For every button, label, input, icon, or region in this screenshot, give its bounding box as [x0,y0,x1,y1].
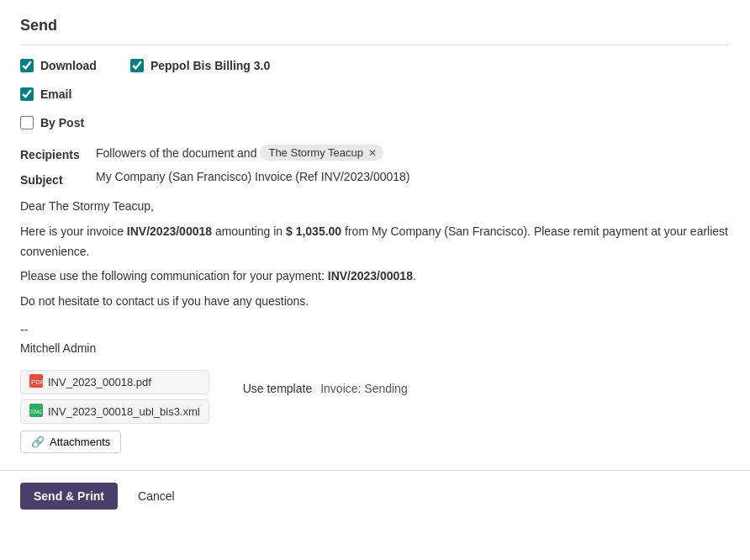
body-line3: Do not hesitate to contact us if you hav… [20,292,730,312]
subject-value: My Company (San Francisco) Invoice (Ref … [96,170,730,183]
line2-prefix: Please use the following communication f… [20,269,328,283]
recipient-tag-name: The Stormy Teacup [268,146,362,159]
line2-suffix: . [413,269,416,283]
recipients-label: Recipients [20,145,96,161]
use-template-label[interactable]: Use template [243,382,312,395]
dialog-title: Send [20,17,730,34]
attachments-list: PDF INV_2023_00018.pdf XML INV_2023_0001… [20,370,209,424]
line1-prefix: Here is your invoice [20,225,127,238]
recipients-row: Recipients Followers of the document and… [20,145,730,161]
cancel-button[interactable]: Cancel [126,483,187,510]
footer: Send & Print Cancel [0,471,750,521]
recipients-value: Followers of the document and The Stormy… [96,145,730,161]
svg-text:PDF: PDF [31,378,43,386]
recipients-prefix: Followers of the document and [96,146,256,160]
attachments-section: PDF INV_2023_00018.pdf XML INV_2023_0001… [20,370,730,453]
recipient-tag-close[interactable]: ✕ [368,147,377,159]
peppol-checkbox[interactable] [130,59,144,72]
attachments-button[interactable]: 🔗 Attachments [20,431,121,453]
line2-invoice: INV/2023/00018 [328,269,413,283]
clip-icon: 🔗 [31,436,45,448]
attachment-pdf[interactable]: PDF INV_2023_00018.pdf [20,370,209,394]
download-label: Download [40,59,97,72]
attachments-button-label: Attachments [50,436,110,448]
email-label: Email [40,87,71,101]
email-checkbox[interactable] [20,87,34,101]
line1-invoice: INV/2023/00018 [127,225,212,238]
svg-text:XML: XML [30,409,43,415]
line1-amount: $ 1,035.00 [286,225,341,238]
subject-label: Subject [20,170,96,187]
by-post-label: By Post [40,116,84,129]
attachment-pdf-name: INV_2023_00018.pdf [48,376,151,388]
signature-name: Mitchell Admin [20,339,730,357]
signature-dash: -- [20,320,730,339]
body-line1: Here is your invoice INV/2023/00018 amou… [20,222,730,262]
peppol-label: Peppol Bis Billing 3.0 [151,59,270,72]
attachments-area: PDF INV_2023_00018.pdf XML INV_2023_0001… [20,370,209,453]
title-divider [20,45,730,45]
attachment-xml[interactable]: XML INV_2023_00018_ubl_bis3.xml [20,399,209,424]
body-line2: Please use the following communication f… [20,267,730,287]
template-value: Invoice: Sending [320,382,408,395]
signature: -- Mitchell Admin [20,320,730,358]
download-checkbox[interactable] [20,59,34,72]
subject-row: Subject My Company (San Francisco) Invoi… [20,170,730,187]
use-template-section: Use template Invoice: Sending [243,370,408,395]
recipient-tag[interactable]: The Stormy Teacup✕ [260,145,383,161]
email-body: Dear The Stormy Teacup, Here is your inv… [20,197,730,358]
pdf-icon: PDF [29,374,43,390]
attachment-xml-name: INV_2023_00018_ubl_bis3.xml [48,405,200,418]
by-post-checkbox[interactable] [20,116,34,129]
greeting: Dear The Stormy Teacup, [20,197,730,217]
xml-icon: XML [29,404,43,420]
line1-middle: amounting in [212,225,286,238]
send-print-button[interactable]: Send & Print [20,483,118,510]
